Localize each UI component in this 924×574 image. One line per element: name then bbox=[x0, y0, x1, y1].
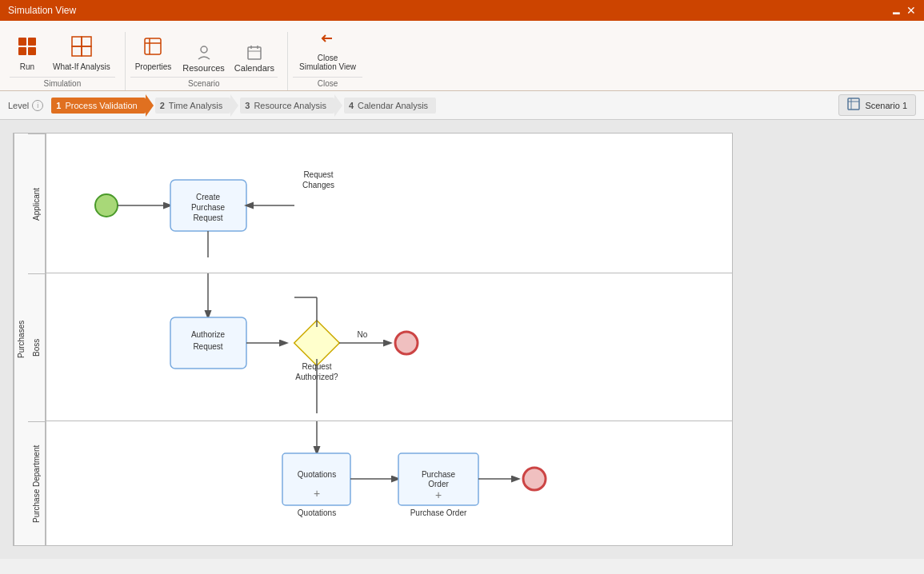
ribbon-group-scenario: Properties Resources bbox=[126, 32, 288, 90]
properties-label: Properties bbox=[135, 62, 172, 71]
scenario-badge: Scenario 1 bbox=[838, 94, 916, 116]
bpmn-diagram: Purchases Applicant Boss Purchase Depart… bbox=[13, 133, 733, 546]
step-2-num: 2 bbox=[160, 101, 165, 110]
lane-label-boss: Boss bbox=[28, 273, 45, 421]
svg-rect-7 bbox=[82, 46, 91, 56]
resources-icon bbox=[196, 45, 212, 63]
step-2[interactable]: 2 Time Analysis bbox=[155, 94, 241, 117]
pool-label: Purchases bbox=[14, 134, 28, 545]
minimize-button[interactable]: 🗕 bbox=[890, 4, 902, 17]
step-1-arrow bbox=[146, 94, 154, 117]
create-purchase-request-label-line1: Create bbox=[196, 193, 220, 201]
purchase-order-label-line2: Order bbox=[428, 480, 449, 488]
scenario-group-label: Scenario bbox=[130, 77, 278, 90]
gateway-diamond[interactable] bbox=[294, 321, 340, 366]
properties-button[interactable]: Properties bbox=[130, 32, 177, 74]
calendars-button[interactable]: Calendars bbox=[231, 43, 278, 74]
close-sim-icon bbox=[316, 27, 338, 54]
step-2-label: Time Analysis bbox=[169, 101, 222, 110]
scenario-label: Scenario 1 bbox=[865, 101, 907, 110]
run-label: Run bbox=[20, 62, 34, 71]
purchase-order-label-line1: Purchase bbox=[422, 470, 456, 479]
svg-rect-6 bbox=[72, 46, 82, 56]
svg-rect-1 bbox=[28, 38, 36, 46]
run-button[interactable]: Run bbox=[10, 32, 45, 74]
quotations-bottom-label: Quotations bbox=[298, 508, 336, 517]
calendars-label: Calendars bbox=[234, 63, 274, 73]
lane-boss: Authorize Request Request Authorized? No bbox=[46, 273, 732, 421]
step-1-label: Process Validation bbox=[65, 101, 137, 110]
scenario-icon bbox=[847, 98, 860, 113]
close-sim-button[interactable]: CloseSimulation View bbox=[293, 24, 362, 74]
applicant-lane-svg: Create Purchase Request Request Changes bbox=[46, 134, 732, 273]
boss-lane-svg: Authorize Request Request Authorized? No bbox=[46, 273, 732, 421]
create-purchase-request-label-line3: Request bbox=[193, 213, 222, 222]
title-bar-text: Simulation View bbox=[8, 5, 76, 16]
svg-rect-4 bbox=[72, 37, 82, 46]
what-if-label: What-If Analysis bbox=[53, 62, 110, 71]
steps-bar: Level i 1 Process Validation 2 Time Anal… bbox=[0, 91, 924, 120]
quotations-label: Quotations bbox=[298, 470, 336, 479]
svg-rect-2 bbox=[18, 47, 26, 55]
purchase-lane-svg: Quotations + Purchase Order + bbox=[46, 421, 732, 545]
title-bar-controls[interactable]: 🗕 ✕ bbox=[890, 4, 916, 17]
close-button[interactable]: ✕ bbox=[906, 4, 916, 17]
start-event[interactable] bbox=[95, 194, 118, 217]
ribbon-group-close: CloseSimulation View Close bbox=[288, 24, 372, 90]
svg-rect-8 bbox=[145, 38, 161, 54]
ribbon: Run What-If Analysis Simulation bbox=[0, 21, 924, 91]
lane-purchase: Quotations + Purchase Order + bbox=[46, 421, 732, 545]
resources-label: Resources bbox=[182, 63, 225, 73]
what-if-button[interactable]: What-If Analysis bbox=[48, 32, 115, 74]
step-3-label: Resource Analysis bbox=[254, 101, 326, 110]
step-4-num: 4 bbox=[349, 101, 354, 110]
step-4[interactable]: 4 Calendar Analysis bbox=[344, 98, 436, 114]
close-sim-label: CloseSimulation View bbox=[299, 54, 356, 71]
svg-rect-0 bbox=[18, 38, 26, 46]
step-3-num: 3 bbox=[245, 101, 250, 110]
svg-rect-16 bbox=[848, 98, 859, 110]
end-event-purchase[interactable] bbox=[523, 468, 546, 490]
lane-applicant: Create Purchase Request Request Changes bbox=[46, 134, 732, 273]
run-icon bbox=[16, 35, 38, 61]
quotations-plus: + bbox=[314, 487, 320, 500]
no-label: No bbox=[358, 330, 368, 339]
simulation-group-label: Simulation bbox=[10, 77, 115, 90]
step-2-arrow bbox=[230, 94, 238, 117]
step-3[interactable]: 3 Resource Analysis bbox=[240, 94, 344, 117]
resources-button[interactable]: Resources bbox=[179, 43, 228, 74]
step-1[interactable]: 1 Process Validation bbox=[51, 94, 154, 117]
svg-rect-12 bbox=[248, 47, 261, 59]
close-group-label: Close bbox=[293, 77, 362, 90]
svg-rect-3 bbox=[28, 47, 36, 55]
ribbon-group-simulation: Run What-If Analysis Simulation bbox=[5, 32, 126, 90]
lane-label-applicant: Applicant bbox=[28, 134, 45, 273]
title-bar: Simulation View 🗕 ✕ bbox=[0, 0, 924, 21]
step-3-arrow bbox=[334, 94, 342, 117]
level-label: Level i bbox=[8, 100, 43, 111]
properties-icon bbox=[142, 35, 164, 61]
request-changes-label-line2: Changes bbox=[302, 181, 334, 189]
lane-label-purchase: Purchase Department bbox=[28, 421, 45, 545]
step-4-label: Calendar Analysis bbox=[358, 101, 428, 110]
authorize-request-label-line1: Authorize bbox=[191, 330, 226, 339]
level-info-icon[interactable]: i bbox=[32, 100, 43, 111]
request-changes-label-line1: Request bbox=[303, 170, 333, 179]
what-if-icon bbox=[70, 35, 93, 61]
purchase-order-plus: + bbox=[435, 488, 442, 501]
canvas-area: Purchases Applicant Boss Purchase Depart… bbox=[0, 120, 924, 559]
create-purchase-request-label-line2: Purchase bbox=[191, 203, 226, 212]
authorize-request-label-line2: Request bbox=[193, 342, 222, 351]
step-1-num: 1 bbox=[56, 101, 61, 110]
end-event-no[interactable] bbox=[395, 332, 418, 354]
purchase-order-bottom-label: Purchase Order bbox=[410, 508, 467, 517]
calendars-icon bbox=[246, 45, 262, 63]
svg-point-11 bbox=[201, 46, 207, 53]
svg-rect-5 bbox=[82, 37, 91, 46]
